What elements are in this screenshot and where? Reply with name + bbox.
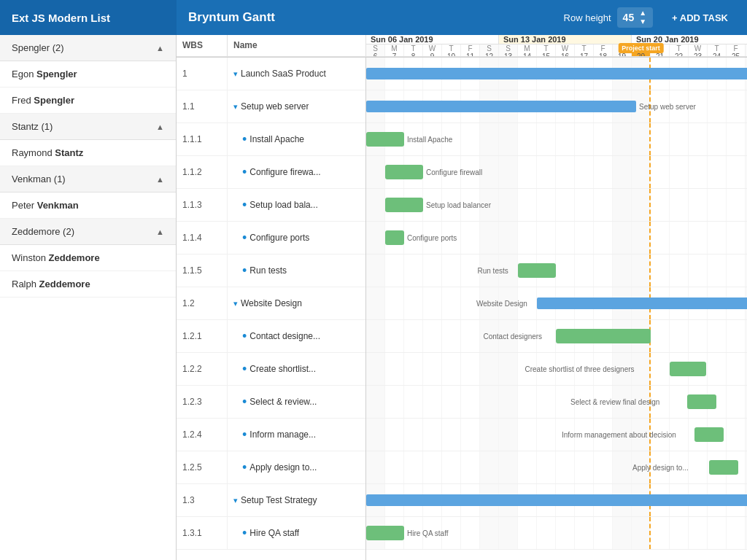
task-bullet-icon: • (242, 526, 247, 541)
week-block: Sun 13 Jan 2019 (499, 35, 632, 44)
expand-icon[interactable]: ▾ (233, 496, 238, 505)
task-name-text: Install Apache (249, 134, 304, 144)
gantt-bar[interactable] (366, 101, 636, 112)
sidebar-member-item[interactable]: Peter Venkman (0, 192, 176, 219)
wbs-cell: 1.2.2 (177, 353, 228, 385)
bar-label: Run tests (478, 267, 508, 275)
day-letter: T (411, 44, 415, 52)
task-bullet-icon: • (242, 362, 247, 377)
day-number: 18 (599, 52, 607, 56)
gantt-bar[interactable] (385, 230, 404, 245)
task-row: 1.2.5•Apply design to... (177, 451, 365, 484)
day-number: 15 (542, 52, 550, 56)
gantt-bar[interactable] (709, 460, 738, 475)
sidebar-member-item[interactable]: Winston Zeddemore (0, 245, 176, 271)
week-block: Sun 06 Jan 2019 (366, 35, 499, 44)
gantt-bar[interactable] (670, 362, 706, 376)
gantt-bar[interactable] (556, 329, 651, 343)
timeline-row: Setup load balancer (366, 189, 747, 222)
sidebar-member-item[interactable]: Egon Spengler (0, 61, 176, 88)
name-cell: •Configure firewa... (228, 156, 366, 188)
day-letter: S (506, 44, 511, 52)
task-bullet-icon: • (242, 198, 247, 213)
bar-label: Website Design (476, 300, 527, 308)
day-letter: T (676, 44, 681, 52)
task-bullet-icon: • (242, 165, 247, 180)
gantt-bar[interactable] (694, 427, 724, 442)
sidebar-group-label: Zeddemore (2) (12, 226, 74, 237)
sidebar-group-header[interactable]: Spengler (2)▲ (0, 35, 176, 61)
name-cell: ▾Setup Test Strategy (228, 484, 366, 516)
gantt-bar[interactable] (366, 494, 747, 506)
bar-label: Create shortlist of three designers (525, 365, 635, 373)
task-row: 1.1.5•Run tests (177, 254, 365, 287)
task-name-text: Apply design to... (249, 462, 317, 472)
day-number: 12 (485, 52, 493, 56)
task-row: 1.2.2•Create shortlist... (177, 353, 365, 386)
timeline-row: Apply design to... (366, 451, 747, 484)
gantt-bar[interactable] (366, 132, 404, 147)
gantt-body: 1▾Launch SaaS Product1.1▾Setup web serve… (177, 58, 747, 560)
expand-icon[interactable]: ▾ (233, 299, 238, 308)
row-height-spinner[interactable]: ▲ ▼ (638, 9, 647, 26)
gantt-bar[interactable] (687, 394, 716, 409)
gantt-bar[interactable] (385, 198, 423, 212)
add-task-button[interactable]: + ADD TASK (665, 8, 735, 28)
task-list: 1▾Launch SaaS Product1.1▾Setup web serve… (177, 58, 366, 560)
sidebar-group-header[interactable]: Zeddemore (2)▲ (0, 219, 176, 245)
expand-icon[interactable]: ▾ (233, 69, 238, 79)
day-number: 14 (523, 52, 531, 56)
day-number: 7 (392, 52, 397, 56)
member-last-name: Venkman (37, 200, 79, 211)
task-row: 1.3.1•Hire QA staff (177, 517, 365, 550)
task-row: 1.2.3•Select & review... (177, 386, 365, 419)
member-first-name: Fred (12, 95, 34, 106)
name-cell: •Setup load bala... (228, 189, 366, 221)
task-bullet-icon: • (242, 329, 247, 344)
sidebar-group-header[interactable]: Stantz (1)▲ (0, 114, 176, 140)
header-left-panel: Ext JS Modern List (0, 0, 177, 35)
chevron-up-icon: ▲ (156, 175, 164, 184)
task-bullet-icon: • (242, 132, 247, 147)
day-number: 23 (694, 52, 702, 56)
task-name-text: Configure ports (249, 233, 309, 243)
gantt-title: Bryntum Gantt (188, 10, 275, 25)
day-letter: F (468, 44, 472, 52)
task-row: 1.1▾Setup web server (177, 90, 365, 123)
bar-label: Apply design to... (632, 464, 689, 472)
gantt-bar[interactable] (537, 298, 747, 309)
project-start-badge: Project start (618, 43, 664, 53)
day-number: 11 (466, 52, 474, 56)
timeline-row: Launch SaaS Product (366, 58, 747, 90)
sidebar-member-item[interactable]: Raymond Stantz (0, 140, 176, 166)
app-title: Ext JS Modern List (12, 12, 110, 24)
timeline-row: Create shortlist of three designers (366, 353, 747, 386)
gantt-bar[interactable] (385, 165, 423, 179)
gantt-bar[interactable] (366, 526, 404, 540)
day-letter: F (733, 44, 738, 52)
timeline-days-row: S6M7T8W9T10F11S12S13M14T15W16T17F18S19Pr… (366, 44, 747, 56)
day-letter: S (373, 44, 378, 52)
gantt-bar[interactable] (518, 263, 556, 278)
app-container: Ext JS Modern List Bryntum Gantt Row hei… (0, 0, 747, 560)
sidebar-group-header[interactable]: Venkman (1)▲ (0, 166, 176, 192)
sidebar-member-item[interactable]: Ralph Zeddemore (0, 271, 176, 298)
row-height-up-button[interactable]: ▲ (638, 9, 647, 18)
gantt-cols-header: WBS Name Sun 06 Jan 2019Sun 13 Jan 2019S… (177, 35, 747, 57)
expand-icon[interactable]: ▾ (233, 102, 238, 112)
gantt-area: WBS Name Sun 06 Jan 2019Sun 13 Jan 2019S… (177, 35, 747, 560)
row-height-down-button[interactable]: ▼ (638, 18, 647, 26)
name-cell: •Create shortlist... (228, 353, 366, 385)
timeline-row: Select & review final design (366, 386, 747, 419)
task-row: 1.1.3•Setup load bala... (177, 189, 365, 222)
gantt-bar[interactable] (366, 68, 747, 79)
row-height-value: 45 (623, 12, 635, 23)
timeline-row-bg (366, 156, 747, 188)
sidebar-group-label: Venkman (1) (12, 174, 66, 184)
task-bullet-icon: • (242, 394, 247, 410)
header: Ext JS Modern List Bryntum Gantt Row hei… (0, 0, 747, 35)
day-number: 8 (411, 52, 416, 56)
row-height-control: 45 ▲ ▼ (617, 7, 653, 28)
sidebar-member-item[interactable]: Fred Spengler (0, 88, 176, 114)
task-name-text: Select & review... (249, 397, 317, 407)
